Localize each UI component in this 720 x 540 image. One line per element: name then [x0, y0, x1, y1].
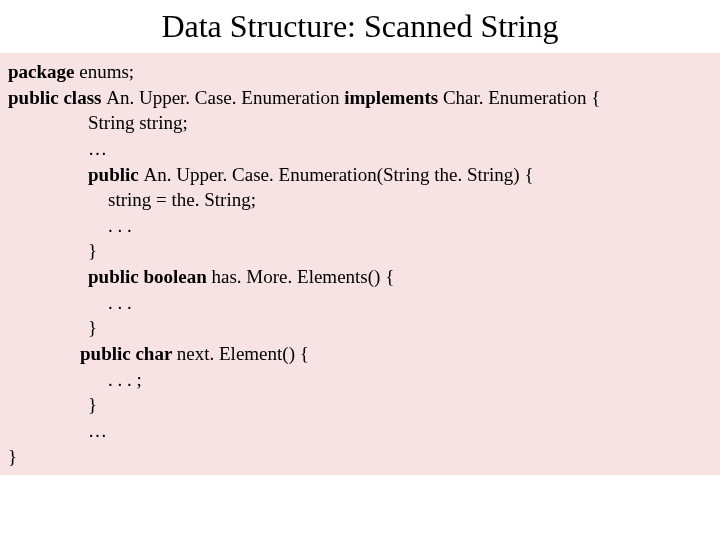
- code-line: public An. Upper. Case. Enumeration(Stri…: [8, 162, 712, 188]
- code-line: }: [8, 238, 712, 264]
- slide: Data Structure: Scanned String package e…: [0, 0, 720, 540]
- code-line: }: [8, 315, 712, 341]
- code-line: . . .: [8, 290, 712, 316]
- code-line: public char next. Element() {: [8, 341, 712, 367]
- text: next. Element() {: [177, 343, 309, 364]
- code-line: …: [8, 418, 712, 444]
- code-line: string = the. String;: [8, 187, 712, 213]
- code-line: }: [8, 444, 712, 470]
- keyword-implements: implements: [344, 87, 443, 108]
- text: An. Upper. Case. Enumeration: [106, 87, 344, 108]
- code-line: . . . ;: [8, 367, 712, 393]
- keyword-public-char: public char: [80, 343, 177, 364]
- code-line: public boolean has. More. Elements() {: [8, 264, 712, 290]
- keyword-public: public: [88, 164, 143, 185]
- slide-title: Data Structure: Scanned String: [0, 0, 720, 53]
- code-line: public class An. Upper. Case. Enumeratio…: [8, 85, 712, 111]
- keyword-public-boolean: public boolean: [88, 266, 212, 287]
- code-line: }: [8, 392, 712, 418]
- keyword-public-class: public class: [8, 87, 106, 108]
- text: An. Upper. Case. Enumeration(String the.…: [143, 164, 533, 185]
- code-line: String string;: [8, 110, 712, 136]
- code-line: . . .: [8, 213, 712, 239]
- code-line: package enums;: [8, 59, 712, 85]
- keyword-package: package: [8, 61, 79, 82]
- code-block: package enums; public class An. Upper. C…: [0, 53, 720, 475]
- text: enums;: [79, 61, 134, 82]
- text: Char. Enumeration {: [443, 87, 600, 108]
- text: has. More. Elements() {: [212, 266, 395, 287]
- code-line: …: [8, 136, 712, 162]
